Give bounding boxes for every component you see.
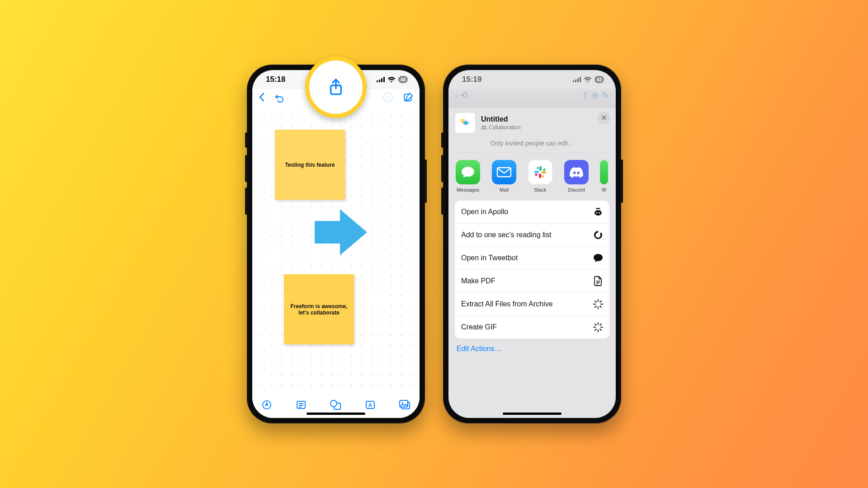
svg-point-34	[599, 212, 600, 213]
svg-rect-24	[539, 166, 542, 171]
onesec-icon	[593, 230, 603, 240]
clock: 15:18	[266, 75, 285, 84]
share-app-partial[interactable]: W	[599, 160, 609, 192]
shortcut-icon	[593, 299, 603, 309]
svg-rect-25	[542, 171, 546, 174]
phone-sharesheet: 15:19 43 ‹ ⟲⇧ ⊕ ✎	[443, 65, 621, 423]
sticky-note-1[interactable]: Testing this feature	[275, 130, 345, 200]
document-thumbnail	[455, 113, 476, 133]
share-app-slack[interactable]: Slack	[527, 160, 553, 192]
share-apps-row[interactable]: Messages Mail	[448, 153, 616, 196]
action-onesec[interactable]: Add to one sec's reading list	[455, 223, 609, 246]
svg-rect-27	[534, 171, 539, 173]
svg-point-28	[537, 167, 539, 169]
action-gif[interactable]: Create GIF	[455, 315, 609, 338]
action-extract[interactable]: Extract All Files from Archive	[455, 292, 609, 315]
sharesheet-header: Untitled Collaboration ✕	[448, 108, 616, 137]
wifi-icon	[584, 77, 592, 83]
close-button[interactable]: ✕	[598, 112, 610, 124]
wifi-icon	[387, 77, 396, 83]
slack-icon	[528, 160, 552, 184]
text-tool[interactable]: A	[365, 399, 376, 412]
home-indicator[interactable]	[503, 413, 561, 415]
share-app-mail[interactable]: Mail	[491, 160, 517, 192]
svg-text:A: A	[368, 402, 372, 408]
screen-freeform: 15:18 44	[252, 70, 420, 418]
arrow-shape[interactable]	[315, 207, 369, 257]
volume-up	[245, 155, 248, 182]
action-tweetbot[interactable]: Open in Tweetbot	[455, 246, 609, 269]
freeform-canvas[interactable]: Testing this feature Freeform is awesome…	[252, 107, 420, 394]
mute-switch	[441, 132, 444, 148]
svg-line-43	[595, 301, 596, 302]
svg-point-21	[482, 126, 484, 127]
volume-up	[441, 155, 444, 182]
battery-indicator: 44	[398, 76, 408, 83]
svg-point-22	[484, 126, 486, 127]
svg-point-4	[389, 97, 391, 98]
action-open-apollo[interactable]: Open in Apollo	[455, 201, 609, 223]
svg-point-13	[330, 400, 337, 407]
svg-point-2	[385, 97, 387, 98]
discord-icon	[564, 160, 589, 184]
svg-line-44	[600, 306, 601, 307]
sticky-text: Testing this feature	[285, 162, 335, 168]
compose-button[interactable]	[403, 92, 413, 104]
actions-card: Open in Apollo Add to one sec's reading …	[455, 201, 609, 338]
note-tool[interactable]	[296, 399, 307, 412]
svg-point-18	[401, 402, 403, 403]
messages-icon	[456, 160, 480, 184]
side-button	[424, 160, 427, 203]
svg-point-3	[387, 97, 389, 98]
svg-rect-26	[539, 174, 541, 178]
svg-line-45	[595, 306, 596, 307]
svg-point-31	[535, 174, 538, 176]
volume-down	[441, 188, 444, 215]
chevron-right-icon: ›	[572, 140, 574, 147]
dimmed-nav: ‹ ⟲⇧ ⊕ ✎	[448, 89, 616, 108]
svg-line-51	[595, 324, 596, 325]
svg-marker-6	[315, 209, 367, 255]
svg-line-53	[595, 329, 596, 330]
sticky-text: Freeform is awesome, let's collaborate	[288, 303, 349, 316]
screen-sharesheet: 15:19 43 ‹ ⟲⇧ ⊕ ✎	[448, 70, 616, 418]
sticky-note-2[interactable]: Freeform is awesome, let's collaborate	[284, 274, 354, 344]
action-makepdf[interactable]: Make PDF	[455, 269, 609, 292]
svg-line-54	[600, 324, 601, 325]
clock: 15:19	[462, 75, 481, 84]
shortcut-icon	[593, 322, 603, 332]
pen-tool[interactable]	[261, 399, 272, 412]
battery-indicator: 43	[594, 76, 604, 83]
undo-button[interactable]	[274, 92, 284, 104]
partial-app-icon	[600, 160, 608, 184]
share-button-callout	[305, 56, 367, 118]
volume-down	[245, 188, 248, 215]
document-icon	[593, 276, 603, 286]
tutorial-stage: 15:18 44	[0, 0, 868, 488]
edit-actions-link[interactable]: Edit Actions…	[448, 338, 616, 353]
more-button[interactable]	[382, 92, 393, 104]
cellular-icon	[573, 77, 581, 82]
share-app-messages[interactable]: Messages	[455, 160, 481, 192]
document-mode[interactable]: Collaboration	[481, 124, 521, 131]
home-indicator[interactable]	[307, 413, 365, 415]
side-button	[620, 160, 623, 203]
phone-freeform: 15:18 44	[247, 65, 425, 423]
document-title: Untitled	[481, 115, 521, 123]
people-icon	[481, 125, 487, 130]
share-icon[interactable]	[328, 78, 344, 96]
speech-bubble-icon	[593, 253, 603, 263]
cellular-icon	[377, 77, 385, 82]
media-tool[interactable]	[399, 400, 410, 412]
status-bar: 15:19 43	[448, 70, 616, 89]
shapes-tool[interactable]	[330, 399, 341, 412]
svg-rect-23	[497, 168, 511, 177]
share-app-discord[interactable]: Discord	[563, 160, 590, 192]
svg-point-35	[598, 208, 599, 209]
svg-line-52	[600, 329, 601, 330]
mute-switch	[245, 132, 248, 148]
apollo-icon	[593, 207, 603, 217]
back-button[interactable]	[259, 93, 264, 103]
svg-point-29	[543, 169, 546, 171]
permission-row[interactable]: Only invited people can edit.›	[448, 137, 616, 152]
